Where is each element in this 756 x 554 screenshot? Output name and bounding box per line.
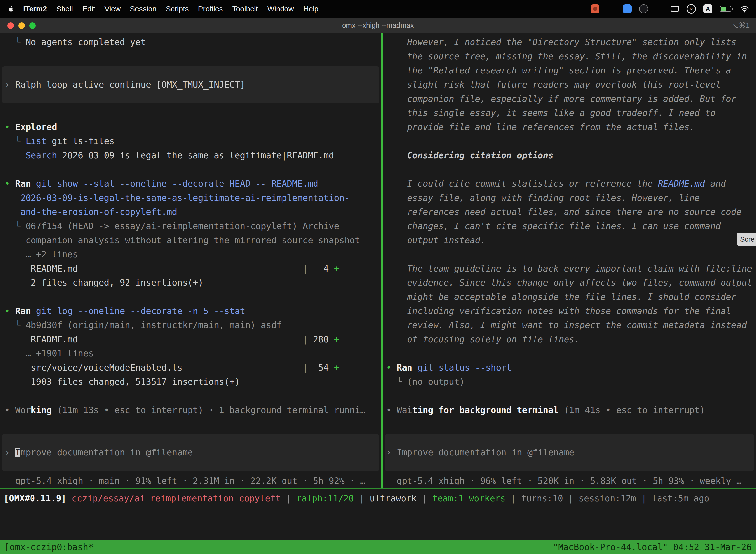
explored-list-line: └ List git ls-files — [0, 134, 381, 149]
diff-stat-line: README.md | 4 + — [0, 262, 381, 276]
model-status-line: gpt-5.4 xhigh · 96% left · 520K in · 5.8… — [383, 474, 756, 488]
filename-line: 2026-03-09-is-legal-the-same-as-legitima… — [0, 191, 381, 205]
percent-badge-value: .61 — [689, 7, 694, 11]
text-segment: | — [354, 493, 370, 503]
key-icon[interactable] — [671, 6, 679, 12]
text-segment: gpt-5.4 xhigh · 96% left · 520K in · 5.8… — [386, 476, 742, 486]
menu-item-view[interactable]: View — [100, 0, 125, 18]
text-segment: • Wai — [386, 405, 412, 415]
text-segment: git show --stat --oneline --decorate HEA… — [36, 179, 318, 189]
app-icon-dark[interactable] — [639, 4, 648, 13]
terminal-pane-right[interactable]: However, I noticed the "Directory Struct… — [383, 33, 756, 489]
text-segment: 1903 files changed, 513517 insertions(+) — [5, 377, 240, 387]
window-title: omx --xhigh --madmax — [0, 18, 756, 33]
window-shortcut-badge: ⌥⌘1 — [731, 18, 750, 33]
text-segment: └ — [5, 221, 25, 231]
menu-item-shell[interactable]: Shell — [52, 0, 78, 18]
screen-recording-indicator[interactable] — [590, 4, 600, 13]
commit-line: companion analysis without altering the … — [0, 233, 381, 247]
text-segment: I could cite commit statistics or refere… — [386, 179, 658, 189]
working-status-line: • Working (11m 13s • esc to interrupt) ·… — [0, 403, 381, 417]
wifi-icon[interactable] — [740, 5, 749, 13]
window-titlebar[interactable]: omx --xhigh --madmax ⌥⌘1 — [0, 18, 756, 33]
text-segment: └ — [5, 320, 25, 330]
blank-line — [0, 417, 381, 431]
text-segment: 4 — [308, 264, 334, 274]
app-grid-icon[interactable] — [655, 5, 663, 13]
text-segment: However, I noticed the "Directory Struct… — [386, 37, 737, 47]
text-segment: … +2 lines — [5, 250, 78, 259]
text-segment: src/voice/voiceModeEnabled.ts — [5, 363, 303, 373]
text-segment: git log --oneline --decorate -n 5 --stat — [36, 306, 245, 316]
text-segment: 2 files changed, 92 insertions(+) — [5, 278, 203, 288]
elided-line: … +2 lines — [0, 247, 381, 262]
text-segment: … +1901 lines — [5, 348, 93, 358]
text-segment: provide file and line references from th… — [386, 122, 694, 132]
menu-item-scripts[interactable]: Scripts — [161, 0, 193, 18]
menubar-items: iTerm2ShellEditViewSessionScriptsProfile… — [18, 0, 323, 18]
blank-line — [0, 389, 381, 403]
text-segment: 280 — [308, 334, 334, 344]
text-segment: • — [5, 306, 15, 316]
text-segment: | — [303, 334, 308, 344]
thinking-line: essay file, along with finding root file… — [383, 191, 756, 205]
prompt-input[interactable]: › Improve documentation in @filename — [2, 434, 379, 471]
text-segment: README.md — [658, 179, 705, 189]
stage-manager-icon[interactable] — [607, 5, 615, 13]
text-segment: references need actual files, and since … — [386, 207, 742, 217]
text-segment: 2026-03-09-is-legal-the-same-as-legitima… — [20, 193, 350, 203]
text-segment: changes, I can't cite specific file line… — [386, 221, 721, 231]
blank-line — [383, 247, 756, 262]
tmux-session-info: [omx-cczip0:bash* — [4, 540, 93, 554]
text-segment: git status --short — [418, 363, 511, 373]
macos-menu-bar: iTerm2ShellEditViewSessionScriptsProfile… — [0, 0, 756, 18]
menu-item-edit[interactable]: Edit — [78, 0, 100, 18]
thinking-line: However, I noticed the "Directory Struct… — [383, 35, 756, 49]
text-segment: cczip/essay/ai-reimplementation-copyleft — [72, 493, 281, 503]
ran-git-status-line: • Ran git status --short — [383, 361, 756, 375]
text-segment: turns:10 — [521, 493, 563, 503]
menu-item-help[interactable]: Help — [299, 0, 323, 18]
blank-line — [0, 49, 381, 63]
blank-line — [383, 346, 756, 361]
percent-badge-icon[interactable]: .61 — [687, 4, 696, 14]
text-segment: • — [386, 363, 397, 373]
input-source-icon[interactable]: A — [703, 4, 712, 13]
menu-item-toolbelt[interactable]: Toolbelt — [228, 0, 263, 18]
text-segment: README.md — [5, 264, 303, 274]
menu-item-session[interactable]: Session — [125, 0, 161, 18]
text-segment: companion analysis without altering the … — [5, 235, 360, 245]
text-segment: this single essay, it seems like a good … — [386, 108, 715, 118]
text-segment: mprove documentation in @filename — [20, 447, 193, 457]
text-segment: [OMX#0.11.9] — [4, 493, 66, 503]
text-segment: README.md — [5, 334, 303, 344]
app-icon-blue[interactable] — [623, 4, 632, 13]
commit-line: └ 067f154 (HEAD -> essay/ai-reimplementa… — [0, 219, 381, 233]
text-segment: git ls-files — [47, 136, 115, 146]
text-segment: Explored — [15, 122, 57, 132]
menu-item-window[interactable]: Window — [263, 0, 299, 18]
model-status-line: gpt-5.4 xhigh · main · 91% left · 2.31M … — [0, 474, 381, 488]
prompt-input[interactable]: › Improve documentation in @filename — [385, 434, 754, 471]
text-segment: 067f154 (HEAD -> essay/ai-reimplementati… — [25, 221, 339, 231]
input-source-label: A — [706, 5, 710, 12]
menu-item-profiles[interactable]: Profiles — [193, 0, 228, 18]
prompt-line: › Improve documentation in @filename — [385, 446, 754, 460]
terminal-pane-left[interactable]: └ No agents completed yet› Ralph loop ac… — [0, 33, 381, 489]
text-segment: Ran — [15, 179, 36, 189]
thinking-line: evidence. Since this change only affects… — [383, 276, 756, 290]
screen-share-tab[interactable]: Scre — [737, 233, 756, 246]
text-segment: 54 — [308, 363, 334, 373]
apple-menu-icon[interactable] — [7, 5, 15, 13]
menu-item-iterm2[interactable]: iTerm2 — [18, 0, 52, 18]
text-segment: • — [5, 179, 15, 189]
text-segment: | — [303, 264, 308, 274]
battery-icon[interactable] — [720, 6, 733, 12]
text-segment: and-the-erosion-of-copyleft.md — [20, 207, 177, 217]
text-segment: + — [334, 334, 339, 344]
text-segment: 2026-03-09-is-legal-the-same-as-legitima… — [57, 151, 334, 160]
text-segment: output instead. — [386, 235, 485, 245]
explored-search-line: Search 2026-03-09-is-legal-the-same-as-l… — [0, 149, 381, 163]
text-segment: The team guideline is to back every impo… — [386, 264, 752, 274]
text-segment: essay file, along with finding root file… — [386, 193, 700, 203]
